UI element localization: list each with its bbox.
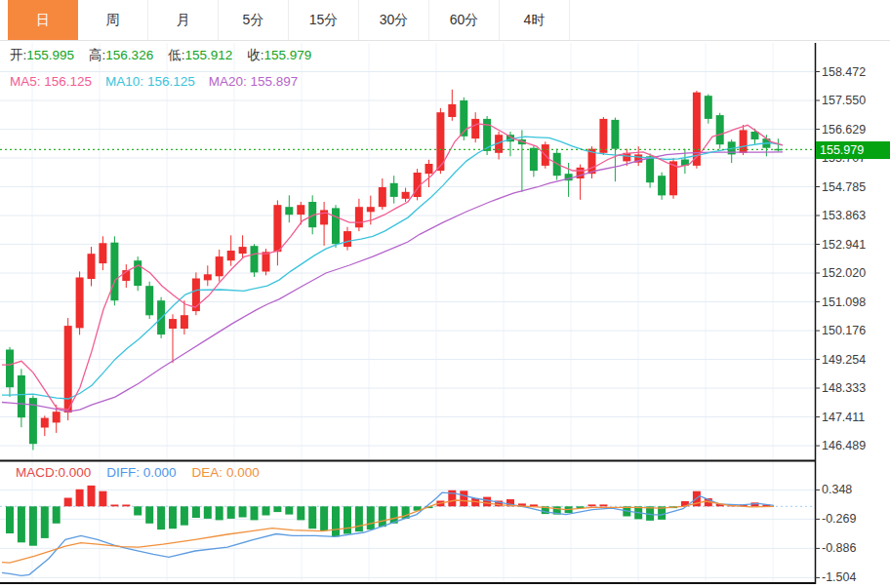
ma20-value: 155.897	[251, 74, 299, 89]
price-axis-label: 152.941	[822, 237, 866, 253]
ma10-label: MA10:	[105, 74, 143, 89]
ma5-value: 156.125	[44, 74, 92, 89]
dea-value: 0.000	[226, 465, 260, 480]
macd-value: 0.000	[59, 465, 92, 480]
price-axis-label: 149.254	[822, 352, 866, 368]
ohlc-readout: 开:155.995 高:156.326 低:155.912 收:155.979	[10, 47, 311, 64]
low-value: 155.912	[184, 48, 232, 62]
price-axis-label: 147.411	[822, 410, 865, 425]
trading-chart-widget: 日 周 月 5分 15分 30分 60分 4时 开:155.995 高:156.…	[0, 0, 890, 588]
ma-readout: MA5: 156.125 MA10: 156.125 MA20: 155.897	[10, 74, 298, 89]
price-axis-label: 146.489	[822, 438, 866, 453]
close-label: 收:	[247, 48, 263, 62]
price-axis-label: 158.472	[822, 64, 866, 80]
macd-readout: MACD:0.000 DIFF: 0.000 DEA: 0.000	[16, 465, 260, 480]
open-value: 155.995	[26, 48, 74, 62]
macd-axis-label: -0.269	[822, 511, 856, 527]
ma10-value: 156.125	[147, 74, 195, 89]
price-axis-label: 151.098	[822, 294, 866, 310]
tab-5min[interactable]: 5分	[219, 0, 289, 40]
macd-label: MACD:	[16, 465, 59, 480]
price-axis-label: 152.020	[822, 265, 866, 281]
tab-4hour[interactable]: 4时	[500, 0, 570, 40]
current-price-badge: 155.979	[816, 141, 890, 159]
tab-60min[interactable]: 60分	[429, 0, 500, 40]
ma20-label: MA20:	[209, 74, 247, 89]
diff-value: 0.000	[143, 465, 177, 480]
timeframe-tabbar: 日 周 月 5分 15分 30分 60分 4时	[0, 0, 890, 41]
macd-axis-label: 0.348	[822, 482, 852, 497]
price-axis-label: 157.550	[822, 93, 866, 108]
tab-15min[interactable]: 15分	[289, 0, 359, 40]
diff-label: DIFF:	[106, 465, 140, 480]
ma5-label: MA5:	[10, 74, 41, 89]
macd-axis-label: -1.504	[822, 569, 856, 585]
low-label: 低:	[168, 48, 184, 62]
tab-week[interactable]: 周	[78, 0, 148, 40]
macd-axis-label: -0.886	[822, 540, 856, 556]
close-value: 155.979	[264, 48, 312, 62]
high-label: 高:	[89, 48, 105, 62]
open-label: 开:	[10, 48, 26, 62]
price-axis-label: 156.629	[822, 122, 866, 137]
tab-day[interactable]: 日	[8, 0, 78, 40]
price-axis-label: 153.863	[822, 208, 866, 223]
price-axis-label: 148.333	[822, 380, 866, 396]
high-value: 156.326	[105, 48, 153, 62]
tab-month[interactable]: 月	[148, 0, 219, 40]
tab-30min[interactable]: 30分	[359, 0, 429, 40]
chart-stage: 开:155.995 高:156.326 低:155.912 收:155.979 …	[0, 0, 890, 588]
dea-label: DEA:	[192, 465, 223, 480]
price-axis-label: 150.176	[822, 323, 866, 338]
price-axis-label: 154.785	[822, 179, 866, 195]
